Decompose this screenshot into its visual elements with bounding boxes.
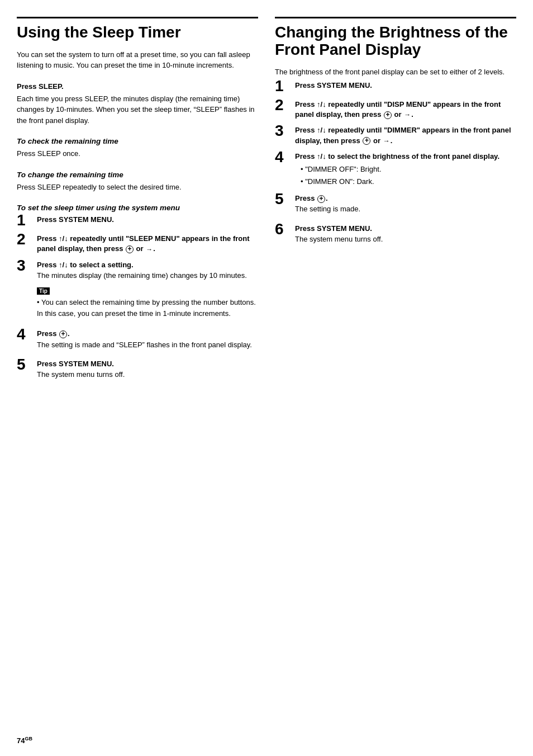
circle-plus-icon-4l: + xyxy=(59,330,67,338)
section3-body: Press SLEEP repeatedly to select the des… xyxy=(17,182,258,193)
right-step-5-content: Press +. The setting is made. xyxy=(295,193,516,218)
right-step-5-body: The setting is made. xyxy=(295,204,516,215)
left-step-1-content: Press SYSTEM MENU. xyxy=(37,215,258,225)
left-step-2: 2 Press ↑/↓ repeatedly until "SLEEP MENU… xyxy=(17,234,258,254)
right-step-1-content: Press SYSTEM MENU. xyxy=(295,81,516,91)
right-intro: The brightness of the front panel displa… xyxy=(275,67,516,78)
right-step-1: 1 Press SYSTEM MENU. xyxy=(275,81,516,94)
right-step-4-label: Press ↑/↓ to select the brightness of th… xyxy=(295,152,499,160)
page-number: 74GB xyxy=(17,736,32,745)
left-step-3-number: 3 xyxy=(17,258,34,273)
section1-body: Each time you press SLEEP, the minutes d… xyxy=(17,93,258,126)
left-step-1-number: 1 xyxy=(17,212,34,228)
arrow-right-icon-2r: → xyxy=(404,110,411,120)
right-step-6-label: Press SYSTEM MENU. xyxy=(295,224,372,233)
bullet-dimmer-on: "DIMMER ON": Dark. xyxy=(301,176,516,187)
left-step-5-label: Press SYSTEM MENU. xyxy=(37,360,114,368)
right-step-6-content: Press SYSTEM MENU. The system menu turns… xyxy=(295,224,516,248)
right-column: Changing the Brightness of the Front Pan… xyxy=(275,17,516,734)
left-step-3-label: Press ↑/↓ to select a setting. xyxy=(37,261,134,269)
arrow-right-icon-3r: → xyxy=(383,136,390,146)
tip-body: • You can select the remaining time by p… xyxy=(37,297,258,319)
section3-heading: To change the remaining time xyxy=(17,171,258,179)
section4-heading: To set the sleep timer using the system … xyxy=(17,204,258,212)
right-step-3-number: 3 xyxy=(275,123,292,139)
right-step-6: 6 Press SYSTEM MENU. The system menu tur… xyxy=(275,224,516,248)
left-step-4: 4 Press +. The setting is made and “SLEE… xyxy=(17,329,258,353)
left-step-4-number: 4 xyxy=(17,327,34,342)
right-step-1-label: Press SYSTEM MENU. xyxy=(295,81,372,89)
left-step-2-number: 2 xyxy=(17,231,34,247)
left-step-5: 5 Press SYSTEM MENU. The system menu tur… xyxy=(17,359,258,384)
left-step-3-content: Press ↑/↓ to select a setting. The minut… xyxy=(37,260,258,324)
tip-box: Tip xyxy=(37,284,258,297)
tip-label: Tip xyxy=(37,287,50,295)
right-step-3-content: Press ↑/↓ repeatedly until "DIMMER" appe… xyxy=(295,125,516,145)
right-step-6-body: The system menu turns off. xyxy=(295,234,516,245)
arrow-right-icon-2l: → xyxy=(146,245,153,254)
right-step-2: 2 Press ↑/↓ repeatedly until "DISP MENU"… xyxy=(275,100,516,120)
right-step-3: 3 Press ↑/↓ repeatedly until "DIMMER" ap… xyxy=(275,125,516,145)
left-step-2-content: Press ↑/↓ repeatedly until "SLEEP MENU" … xyxy=(37,234,258,254)
tip-body-text: You can select the remaining time by pre… xyxy=(37,298,256,318)
section2-body: Press SLEEP once. xyxy=(17,148,258,159)
right-step-4: 4 Press ↑/↓ to select the brightness of … xyxy=(275,152,516,188)
left-step-4-content: Press +. The setting is made and “SLEEP”… xyxy=(37,329,258,353)
right-step-1-number: 1 xyxy=(275,78,292,94)
left-step-1: 1 Press SYSTEM MENU. xyxy=(17,215,258,228)
page-num-suffix: GB xyxy=(25,736,32,741)
left-intro: You can set the system to turn off at a … xyxy=(17,49,258,71)
left-step-4-body: The setting is made and “SLEEP” flashes … xyxy=(37,339,258,351)
left-step-1-label: Press SYSTEM MENU. xyxy=(37,215,114,224)
right-step-6-number: 6 xyxy=(275,221,292,237)
right-step-4-number: 4 xyxy=(275,149,292,165)
circle-plus-icon-2r: + xyxy=(384,111,392,119)
left-step-3: 3 Press ↑/↓ to select a setting. The min… xyxy=(17,260,258,324)
left-column: Using the Sleep Timer You can set the sy… xyxy=(17,17,258,734)
left-title: Using the Sleep Timer xyxy=(17,24,258,41)
right-step-2-content: Press ↑/↓ repeatedly until "DISP MENU" a… xyxy=(295,100,516,120)
section2-heading: To check the remaining time xyxy=(17,137,258,145)
circle-plus-icon-5r: + xyxy=(317,195,325,203)
left-step-5-content: Press SYSTEM MENU. The system menu turns… xyxy=(37,359,258,384)
right-step-2-number: 2 xyxy=(275,97,292,113)
left-step-2-label: Press ↑/↓ repeatedly until "SLEEP MENU" … xyxy=(37,234,250,253)
right-step-4-bullets: "DIMMER OFF": Bright. "DIMMER ON": Dark. xyxy=(295,164,516,187)
page-num-value: 74 xyxy=(17,736,25,745)
right-top-border xyxy=(275,17,516,18)
right-step-3-label: Press ↑/↓ repeatedly until "DIMMER" appe… xyxy=(295,126,511,144)
right-step-5-number: 5 xyxy=(275,191,292,207)
right-title: Changing the Brightness of the Front Pan… xyxy=(275,24,516,59)
left-step-3-body: The minutes display (the remaining time)… xyxy=(37,270,258,281)
left-step-5-body: The system menu turns off. xyxy=(37,369,258,380)
left-step-4-label: Press +. xyxy=(37,329,70,338)
right-step-5-label: Press +. xyxy=(295,194,328,202)
circle-plus-icon-2l: + xyxy=(126,245,134,253)
bullet-dimmer-off: "DIMMER OFF": Bright. xyxy=(301,164,516,175)
section1-heading: Press SLEEP. xyxy=(17,82,258,91)
left-top-border xyxy=(17,17,258,18)
right-step-2-label: Press ↑/↓ repeatedly until "DISP MENU" a… xyxy=(295,100,501,119)
right-step-5: 5 Press +. The setting is made. xyxy=(275,193,516,218)
right-step-4-content: Press ↑/↓ to select the brightness of th… xyxy=(295,152,516,188)
circle-plus-icon-3r: + xyxy=(363,137,370,145)
left-step-5-number: 5 xyxy=(17,357,34,372)
